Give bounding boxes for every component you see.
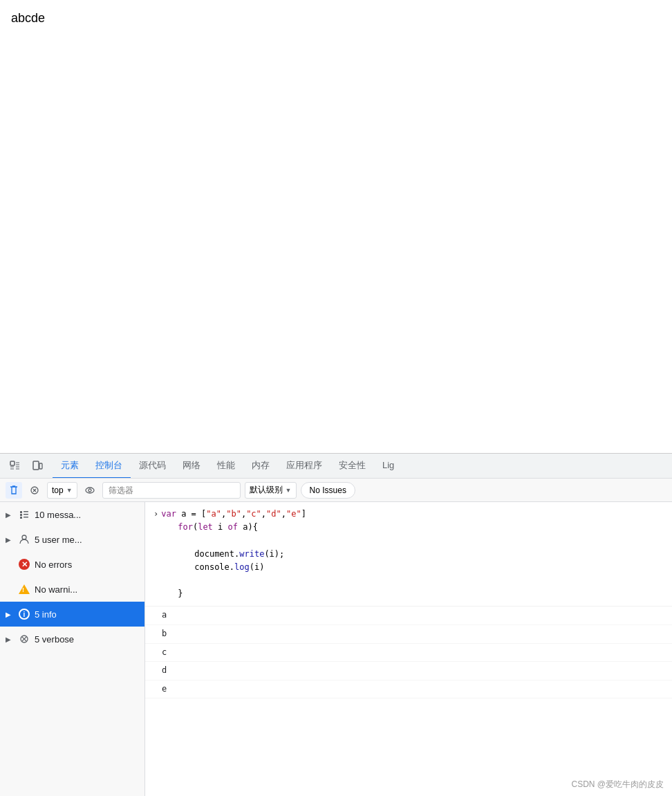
output-line-d: d <box>145 662 672 681</box>
info-icon: i <box>18 608 30 620</box>
arrow-icon: ▶ <box>6 611 14 618</box>
arrow-icon: ▶ <box>6 511 14 519</box>
sidebar-item-info-label: 5 info <box>35 609 57 620</box>
filter-input[interactable] <box>102 482 241 499</box>
context-label: top <box>52 485 64 495</box>
warning-icon <box>18 583 30 595</box>
tab-lighthouse[interactable]: Lig <box>374 454 402 479</box>
error-icon: ✕ <box>18 558 30 571</box>
sidebar-item-messages-label: 10 messa... <box>35 510 81 520</box>
svg-rect-10 <box>20 514 22 516</box>
console-sidebar: ▶ 10 messa... ▶ <box>0 502 145 796</box>
list-icon <box>18 508 30 521</box>
tab-bar: 元素 控制台 源代码 网络 性能 内存 应用程序 安全性 Lig <box>0 454 672 479</box>
chevron-down-icon: ▼ <box>286 487 292 494</box>
arrow-icon: ▶ <box>6 536 14 544</box>
chevron-down-icon: ▼ <box>66 487 73 494</box>
user-icon <box>18 533 30 546</box>
tab-network[interactable]: 网络 <box>174 454 209 479</box>
verbose-icon <box>18 633 30 645</box>
inspect-element-icon[interactable] <box>6 456 25 476</box>
error-circle-icon: ✕ <box>19 559 30 570</box>
arrow-icon: ▶ <box>6 636 14 643</box>
sidebar-item-verbose-label: 5 verbose <box>35 634 74 645</box>
output-line-a: a <box>145 607 672 625</box>
devtools-panel: 元素 控制台 源代码 网络 性能 内存 应用程序 安全性 Lig <box>0 453 672 796</box>
sidebar-item-user-messages-label: 5 user me... <box>35 535 82 545</box>
code-arrow: › <box>153 508 158 600</box>
code-block: › var a = ["a","b","c","d","e"] for(let … <box>145 502 672 607</box>
sidebar-item-user-messages[interactable]: ▶ 5 user me... <box>0 527 144 552</box>
context-selector[interactable]: top ▼ <box>47 482 77 499</box>
svg-rect-11 <box>24 514 28 515</box>
svg-rect-8 <box>20 511 22 513</box>
svg-point-7 <box>88 489 91 492</box>
page-content: abcde <box>0 0 672 453</box>
sidebar-item-errors-label: No errors <box>35 559 72 570</box>
svg-point-6 <box>86 488 94 493</box>
tab-security[interactable]: 安全性 <box>330 454 374 479</box>
filter-button[interactable] <box>26 482 43 499</box>
sidebar-item-verbose[interactable]: ▶ 5 verbose <box>0 627 144 651</box>
device-toolbar-icon[interactable] <box>28 456 47 476</box>
no-issues-button[interactable]: No Issues <box>301 482 355 499</box>
log-level-selector[interactable]: 默认级别 ▼ <box>245 482 297 499</box>
watermark: CSDN @爱吃牛肉的皮皮 <box>571 779 664 790</box>
page-title: abcde <box>11 11 45 25</box>
tab-performance[interactable]: 性能 <box>209 454 243 479</box>
tab-application[interactable]: 应用程序 <box>278 454 330 479</box>
console-main[interactable]: › var a = ["a","b","c","d","e"] for(let … <box>145 502 672 796</box>
console-toolbar: top ▼ 默认级别 ▼ No Issues <box>0 479 672 502</box>
svg-point-14 <box>22 535 26 539</box>
log-level-label: 默认级别 <box>250 484 283 496</box>
svg-rect-2 <box>39 463 42 469</box>
svg-rect-9 <box>24 511 28 512</box>
tab-bar-icons <box>6 456 47 476</box>
sidebar-item-warnings[interactable]: No warni... <box>0 577 144 602</box>
output-line-e: e <box>145 681 672 699</box>
svg-rect-0 <box>10 461 15 465</box>
tab-memory[interactable]: 内存 <box>243 454 278 479</box>
tab-console[interactable]: 控制台 <box>87 454 131 479</box>
sidebar-item-messages[interactable]: ▶ 10 messa... <box>0 502 144 527</box>
tab-elements[interactable]: 元素 <box>53 454 87 479</box>
svg-rect-1 <box>33 461 39 470</box>
clear-console-button[interactable] <box>6 482 22 499</box>
output-line-c: c <box>145 644 672 663</box>
sidebar-item-info[interactable]: ▶ i 5 info <box>0 602 144 627</box>
console-body: ▶ 10 messa... ▶ <box>0 502 672 796</box>
svg-rect-13 <box>24 517 28 518</box>
sidebar-item-warnings-label: No warni... <box>35 584 77 595</box>
eye-icon-button[interactable] <box>82 482 98 499</box>
output-line-b: b <box>145 625 672 644</box>
svg-rect-12 <box>20 517 22 519</box>
code-content: var a = ["a","b","c","d","e"] for(let i … <box>161 508 664 600</box>
sidebar-item-errors[interactable]: ✕ No errors <box>0 552 144 577</box>
tab-sources[interactable]: 源代码 <box>131 454 174 479</box>
